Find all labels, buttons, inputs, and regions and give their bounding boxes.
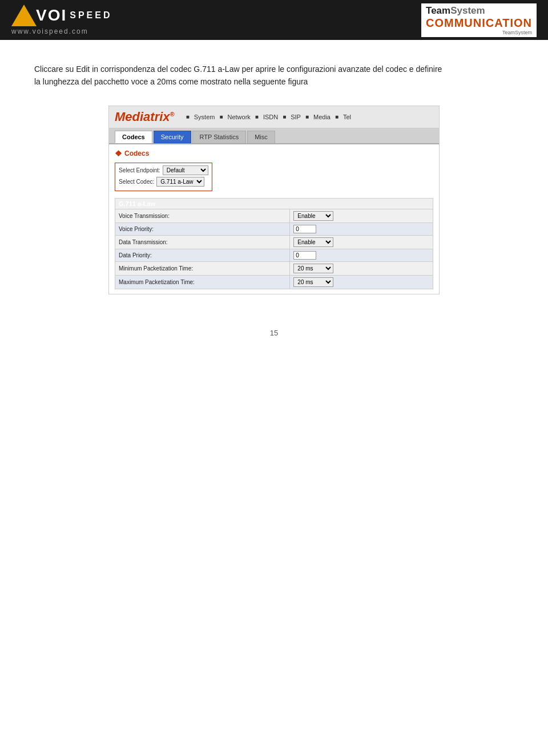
nav-media[interactable]: Media [313, 114, 331, 120]
mediatrix-logo-text: Mediatrix® [115, 110, 175, 124]
voispeed-logo-area: VOI SPEED www.voispeed.com [11, 5, 112, 35]
voispeed-logo: VOI SPEED [11, 5, 112, 26]
nav-sip[interactable]: SIP [291, 114, 301, 120]
page-footer: 15 [34, 317, 514, 349]
min-packetization-select[interactable]: 20 ms [293, 264, 333, 273]
teamsystem-logo: Team System COMMUNICATION TeamSystem [421, 3, 537, 37]
section-title-text: Codecs [124, 149, 149, 157]
row-label-data-priority: Data Priority: [115, 249, 290, 261]
nav-items: ■ System ■ Network ■ ISDN ■ SIP ■ Media … [186, 114, 351, 120]
page-header: VOI SPEED www.voispeed.com Team System C… [0, 0, 548, 40]
description-line1: Cliccare su Edit in corrispondenza del c… [34, 64, 442, 74]
ts-system: System [450, 5, 485, 17]
table-row: Data Transmission: Enable [115, 235, 433, 249]
section-bullet-icon: ❖ [115, 149, 122, 158]
table-row: Voice Transmission: Enable [115, 209, 433, 223]
endpoint-label: Select Endpoint: [119, 167, 160, 173]
nav-isdn[interactable]: ISDN [263, 114, 278, 120]
row-label-max-packet: Maximum Packetization Time: [115, 275, 290, 289]
table-row: Voice Priority: [115, 223, 433, 235]
nav-bullet-3: ■ [255, 114, 259, 120]
row-value-max-packet: 20 ms [290, 275, 433, 289]
codec-select[interactable]: G.711 a-Law [156, 177, 204, 187]
tab-security[interactable]: Security [154, 131, 191, 143]
nav-bullet-4: ■ [283, 114, 286, 120]
codec-label: Select Codec: [119, 179, 154, 185]
mediatrix-logo: Mediatrix® [115, 110, 180, 124]
table-row: Minimum Packetization Time: 20 ms [115, 261, 433, 275]
voice-priority-input[interactable] [293, 225, 316, 233]
codec-table: G.711 a-Law Voice Transmission: Enable V… [115, 198, 433, 289]
nav-bullet-2: ■ [219, 114, 223, 120]
row-label-voice-transmission: Voice Transmission: [115, 209, 290, 223]
nav-tel[interactable]: Tel [343, 114, 351, 120]
table-row: Maximum Packetization Time: 20 ms [115, 275, 433, 289]
triangle-icon [11, 5, 34, 26]
tab-misc[interactable]: Misc [247, 131, 275, 143]
voice-transmission-select[interactable]: Enable [293, 211, 333, 221]
nav-network[interactable]: Network [227, 114, 250, 120]
nav-bullet-1: ■ [186, 114, 190, 120]
codec-table-header: G.711 a-Law [115, 198, 433, 209]
speed-text: SPEED [70, 10, 112, 21]
page-number: 15 [270, 329, 278, 337]
row-value-data-priority [290, 249, 433, 261]
tab-bar: Codecs Security RTP Statistics Misc [109, 128, 439, 144]
screenshot-simulation: Mediatrix® ■ System ■ Network ■ ISDN ■ S… [108, 106, 440, 294]
row-value-voice-transmission: Enable [290, 209, 433, 223]
tab-codecs[interactable]: Codecs [115, 131, 152, 143]
ts-sub: TeamSystem [426, 30, 532, 35]
teamsystem-logo-area: Team System COMMUNICATION TeamSystem [421, 3, 537, 37]
endpoint-select[interactable]: Default [163, 165, 208, 175]
row-value-voice-priority [290, 223, 433, 235]
tab-rtp-statistics[interactable]: RTP Statistics [192, 131, 247, 143]
row-value-min-packet: 20 ms [290, 261, 433, 275]
nav-system[interactable]: System [194, 114, 215, 120]
table-row: Data Priority: [115, 249, 433, 261]
content-area: ❖ Codecs Select Endpoint: Default Select… [109, 144, 439, 294]
max-packetization-select[interactable]: 20 ms [293, 277, 333, 287]
logo-url: www.voispeed.com [11, 27, 88, 35]
select-row: Select Endpoint: Default Select Codec: G… [115, 163, 212, 191]
codec-select-row: Select Codec: G.711 a-Law [119, 177, 208, 187]
ts-team: Team [426, 5, 450, 17]
endpoint-select-row: Select Endpoint: Default [119, 165, 208, 175]
nav-bullet-5: ■ [305, 114, 309, 120]
mediatrix-header: Mediatrix® ■ System ■ Network ■ ISDN ■ S… [109, 106, 439, 128]
main-content: Cliccare su Edit in corrispondenza del c… [0, 40, 548, 371]
section-title: ❖ Codecs [115, 149, 433, 158]
row-value-data-transmission: Enable [290, 235, 433, 249]
data-transmission-select[interactable]: Enable [293, 237, 333, 247]
ts-name-row: Team System [426, 5, 532, 17]
nav-bullet-6: ■ [335, 114, 339, 120]
row-label-min-packet: Minimum Packetization Time: [115, 261, 290, 275]
ts-communication: COMMUNICATION [426, 17, 532, 30]
row-label-voice-priority: Voice Priority: [115, 223, 290, 235]
description-paragraph: Cliccare su Edit in corrispondenza del c… [34, 63, 514, 88]
description-line2: la lunghezza del pacchetto voce a 20ms c… [34, 77, 308, 86]
row-label-data-transmission: Data Transmission: [115, 235, 290, 249]
data-priority-input[interactable] [293, 251, 316, 260]
voi-text: VOI [36, 6, 67, 25]
